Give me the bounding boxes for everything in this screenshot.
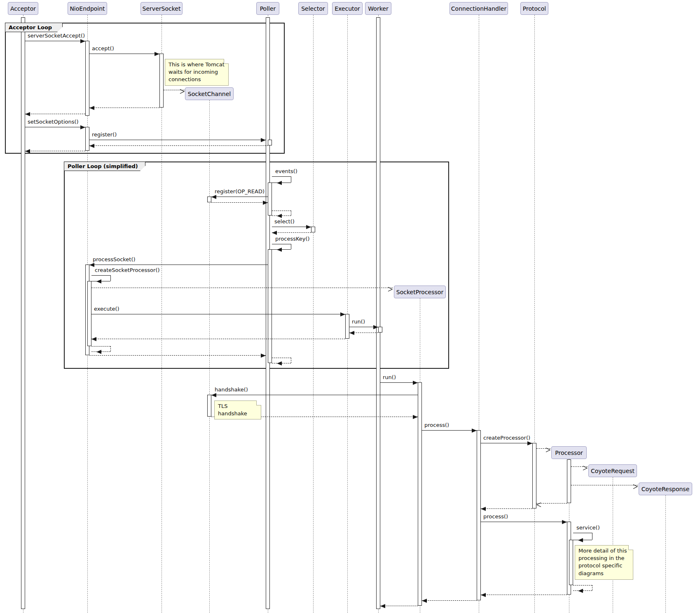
- arrowhead-icon: [340, 312, 345, 316]
- message-setsocketoptions-line: [25, 127, 85, 127]
- arrowhead-icon: [91, 337, 96, 341]
- activation-bar: [567, 459, 571, 503]
- message-createsocketprocessor-top: [91, 275, 110, 276]
- activation-bar: [268, 183, 272, 215]
- participant-socketchannel: SocketChannel: [185, 87, 234, 100]
- arrowhead-icon: [373, 325, 378, 329]
- open-arrowhead-icon: [546, 446, 550, 451]
- arrowhead-icon: [413, 415, 418, 419]
- participant-socketprocessor: SocketProcessor: [394, 286, 446, 298]
- arrowhead-icon: [349, 331, 354, 335]
- note-fold-corner: [224, 59, 229, 64]
- message-run-label: run(): [352, 319, 365, 325]
- arrowhead-icon: [481, 593, 486, 597]
- message-process-label: process(): [424, 422, 449, 428]
- message-selfret-side: [592, 585, 592, 590]
- arrowhead-icon: [155, 52, 159, 56]
- message-process-label: process(): [483, 513, 508, 520]
- activation-bar: [21, 17, 25, 609]
- participant-connectionhandler: ConnectionHandler: [450, 2, 508, 15]
- message-processkey-label: processKey(): [275, 236, 310, 242]
- message-selfret-top: [272, 211, 291, 211]
- message-selfret-top: [272, 358, 291, 358]
- arrowhead-icon: [25, 112, 30, 116]
- activation-bar: [268, 249, 272, 363]
- note-fold-corner: [256, 401, 261, 405]
- arrowhead-icon: [277, 248, 282, 252]
- message-service-label: service(): [576, 525, 600, 531]
- message-select-line: [272, 227, 311, 227]
- message-return-line: [422, 600, 477, 601]
- participant-serversocket: ServerSocket: [140, 2, 183, 15]
- arrowhead-icon: [96, 350, 101, 354]
- open-arrowhead-icon: [633, 483, 638, 488]
- arrowhead-icon: [211, 195, 216, 199]
- message-selfret-side: [291, 358, 291, 363]
- arrowhead-icon: [96, 279, 101, 283]
- arrowhead-icon: [472, 429, 477, 433]
- message-return-line: [272, 232, 311, 233]
- activation-bar: [85, 127, 89, 151]
- participant-nioendpoint: NioEndpoint: [68, 2, 107, 15]
- arrowhead-icon: [89, 144, 94, 148]
- participant-protocol: Protocol: [520, 2, 548, 15]
- activation-bar: [159, 54, 164, 108]
- activation-bar: [532, 443, 536, 508]
- participant-worker: Worker: [365, 2, 391, 15]
- message-select-label: select(): [274, 218, 295, 225]
- arrowhead-icon: [277, 214, 282, 218]
- message-return-line: [91, 339, 345, 339]
- frame-acceptor-loop: [5, 23, 285, 154]
- arrowhead-icon: [277, 181, 282, 185]
- message-return-line: [380, 606, 418, 606]
- arrowhead-icon: [89, 263, 94, 267]
- activation-bar: [268, 140, 272, 145]
- activation-bar: [477, 430, 481, 600]
- message-events-side: [291, 176, 291, 183]
- message-process-line: [422, 430, 477, 431]
- message-register-op-read-label: register(OP_READ): [215, 188, 265, 194]
- message-process-line: [481, 522, 567, 522]
- activation-bar: [87, 281, 91, 346]
- message-createsocketprocessor-label: createSocketProcessor(): [95, 267, 160, 273]
- message-processsocket-line: [89, 265, 268, 265]
- open-arrowhead-icon: [536, 501, 541, 506]
- open-arrowhead-icon: [583, 464, 588, 469]
- activation-bar: [85, 41, 89, 116]
- message-processsocket-label: processSocket(): [93, 256, 136, 262]
- message-selfret-side: [110, 346, 111, 351]
- participant-executor: Executor: [332, 2, 363, 15]
- lifeline-coyoteresponse: [665, 495, 666, 613]
- message-return-line: [89, 108, 159, 108]
- message-accept-label: accept(): [92, 45, 114, 52]
- arrowhead-icon: [263, 201, 268, 205]
- message-createsocketprocessor-side: [110, 275, 111, 281]
- activation-bar: [207, 197, 211, 202]
- message-processkey-top: [272, 244, 291, 244]
- message-service-top: [573, 533, 592, 533]
- note-more-detail-of-this: More detail of this processing in the pr…: [575, 545, 633, 580]
- message-createprocessor-line: [481, 443, 532, 443]
- message-selfret-top: [91, 346, 110, 347]
- activation-bar: [345, 314, 349, 339]
- message-createprocessor-label: createProcessor(): [483, 435, 530, 441]
- open-arrowhead-icon: [180, 88, 185, 93]
- message-selfret-side: [291, 211, 291, 215]
- participant-coyoteresponse: CoyoteResponse: [639, 482, 692, 495]
- message-selfret-top: [573, 585, 592, 586]
- message-events-label: events(): [275, 168, 297, 174]
- message-service-side: [592, 533, 592, 540]
- message-execute-label: execute(): [94, 306, 119, 312]
- message-handshake-label: handshake(): [215, 386, 248, 393]
- message-register-label: register(): [92, 131, 117, 138]
- arrowhead-icon: [80, 125, 85, 129]
- participant-selector: Selector: [298, 2, 328, 15]
- note-tls-handshake: TLS handshake: [214, 401, 261, 419]
- message-create-line: [571, 485, 638, 485]
- arrowhead-icon: [272, 231, 277, 235]
- message-processkey-side: [291, 244, 291, 249]
- participant-acceptor: Acceptor: [8, 2, 38, 15]
- open-arrowhead-icon: [388, 286, 393, 290]
- message-handshake-line: [211, 395, 418, 395]
- participant-processor: Processor: [551, 446, 587, 459]
